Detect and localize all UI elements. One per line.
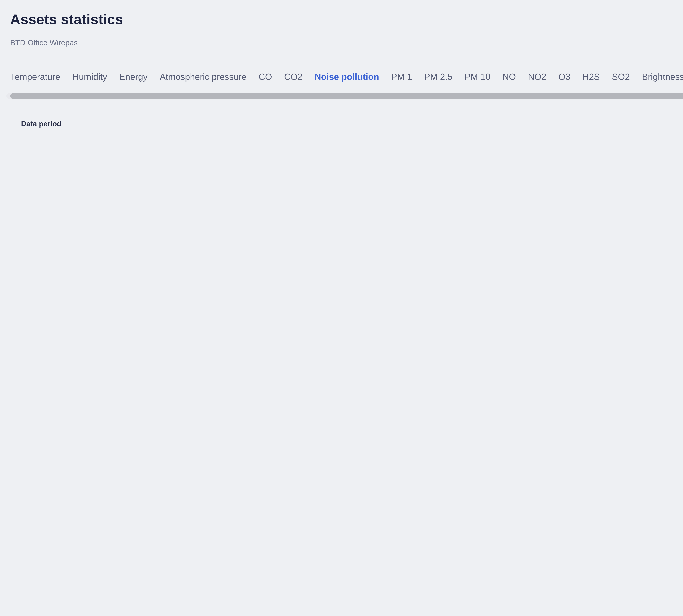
- tab-co[interactable]: CO: [258, 71, 272, 88]
- metric-tabs: TemperatureHumidityEnergyAtmospheric pre…: [10, 71, 683, 88]
- tab-brightness[interactable]: Brightness: [642, 71, 683, 88]
- tab-temperature[interactable]: Temperature: [10, 71, 60, 88]
- tab-atmospheric-pressure[interactable]: Atmospheric pressure: [160, 71, 247, 88]
- tabs-scrollbar[interactable]: [6, 93, 683, 99]
- tab-no2[interactable]: NO2: [528, 71, 546, 88]
- tab-noise-pollution[interactable]: Noise pollution: [315, 71, 379, 88]
- tab-pm-1[interactable]: PM 1: [391, 71, 412, 88]
- tab-so2[interactable]: SO2: [612, 71, 630, 88]
- data-period-label: Data period: [21, 120, 61, 128]
- tab-pm-10[interactable]: PM 10: [464, 71, 491, 88]
- tab-o3[interactable]: O3: [559, 71, 570, 88]
- tab-no[interactable]: NO: [502, 71, 516, 88]
- tab-humidity[interactable]: Humidity: [72, 71, 107, 88]
- tab-energy[interactable]: Energy: [119, 71, 147, 88]
- page-subtitle: BTD Office Wirepas: [10, 38, 78, 47]
- assets-statistics-page: Assets statistics Assets list BTD Office…: [0, 0, 683, 132]
- page-title: Assets statistics: [10, 12, 123, 28]
- tabs-scrollbar-thumb[interactable]: [10, 93, 683, 99]
- tab-h2s[interactable]: H2S: [583, 71, 600, 88]
- tab-pm-2-5[interactable]: PM 2.5: [424, 71, 452, 88]
- tab-co2[interactable]: CO2: [284, 71, 302, 88]
